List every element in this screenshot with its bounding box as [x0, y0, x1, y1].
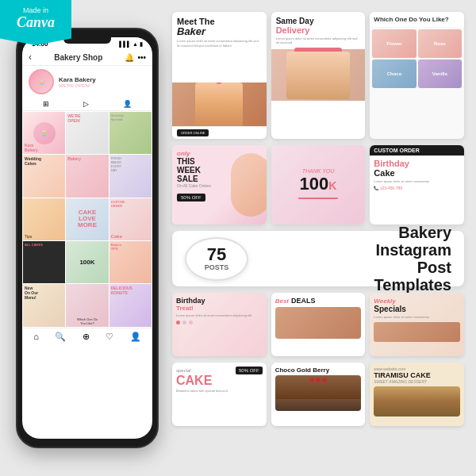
grid-cell-13: ALL CAKES [23, 241, 65, 283]
grid-icon[interactable]: ⊞ [43, 100, 49, 108]
ig-post-grid: 🧁 KaraBakery WE'REOPEN! SaturdaySpecials… [22, 111, 152, 328]
back-arrow-icon[interactable]: ‹ [29, 52, 32, 63]
grid-cell-4: WeddingCakes [23, 155, 65, 197]
profile-info: Kara Bakery WE'RE OPEN! [59, 76, 96, 88]
weekly-body: Lorem ipsum dolor sit amet consectetur [374, 315, 460, 319]
custom-phone: 📞 123-456-789 [374, 186, 460, 190]
birthday-dots [176, 321, 263, 324]
phone-mockup: 14:00 ▌▌▌ ▲ ▮ ‹ Bakery Shop 🔔 ••• [16, 28, 159, 448]
ig-nav: ⊞ ▷ 👤 [22, 98, 152, 111]
weekly-specials-card: Weekly Specials Lorem ipsum dolor sit am… [370, 293, 464, 356]
which-one-card: Which One Do You Like? Flower Rose Choco… [370, 12, 464, 139]
templates-bottom-row2: special 50% OFF CAKE Beautiful cakes wit… [172, 363, 464, 426]
wifi-icon: ▲ [132, 41, 138, 47]
profile-name: Kara Bakery [59, 76, 96, 83]
special-label: special [176, 368, 191, 373]
custom-order-card: CUSTOM ORDER Birthday Cake Lorem ipsum d… [370, 145, 464, 225]
order-online-btn[interactable]: ORDER ONLINE [177, 129, 209, 136]
grid-cell-15: Which One DoYou Like? [66, 284, 108, 326]
grid-cell-1: 🧁 KaraBakery [23, 112, 65, 154]
which-options-grid: Flower Rose Choco Vanilla [370, 27, 464, 90]
grid-cell-10: 100K [66, 241, 108, 283]
choco-image [275, 375, 362, 411]
grid-cell-3: SaturdaySpecials [109, 112, 152, 154]
grid-cell-9: CUSTOMORDER Cake [109, 198, 152, 240]
person-icon[interactable]: 👤 [123, 100, 132, 108]
video-icon[interactable]: ▷ [83, 100, 89, 108]
battery-icon: ▮ [140, 41, 143, 48]
profile-nav-icon[interactable]: 👤 [130, 332, 141, 342]
grid-cell-2: WE'REOPEN! [66, 112, 108, 154]
sale-sub: On All Cake Orders [177, 183, 262, 188]
right-section: Meet TheBaker Lorem ipsum dolor sit amet… [172, 12, 464, 464]
which-title: Which One Do You Like? [374, 16, 460, 23]
add-nav-icon[interactable]: ⊕ [83, 332, 90, 342]
meet-baker-card: Meet TheBaker Lorem ipsum dolor sit amet… [172, 12, 267, 139]
delivery-body: Lorem ipsum dolor sit amet consectetur a… [276, 36, 361, 44]
special-body: Beautiful cakes with special discount [176, 389, 263, 393]
birthday-body: Lorem ipsum dolor sit amet consectetur a… [176, 313, 263, 317]
templates-top-row: Meet TheBaker Lorem ipsum dolor sit amet… [172, 12, 464, 139]
templates-bottom-row1: Birthday Treat! Lorem ipsum dolor sit am… [172, 293, 464, 356]
tiramisu-title: TIRAMISU CAKE [374, 371, 460, 379]
signal-icon: ▌▌▌ [119, 41, 131, 47]
which-option-4: Vanilla [418, 60, 462, 88]
thankyou-number-container: 100K [300, 174, 337, 194]
thankyou-k: K [328, 179, 336, 192]
thankyou-text: THANK YOU [302, 168, 335, 174]
delivery-card: Same DayDelivery Lorem ipsum dolor sit a… [271, 12, 366, 139]
grid-cell-8: CAKELOVEMORE [66, 198, 108, 240]
promo-section: 75 POSTS Bakery Instagram Post Templates [172, 231, 464, 286]
header-icons: 🔔 ••• [125, 53, 146, 62]
berry-3 [322, 378, 327, 382]
promo-posts-label: POSTS [205, 263, 229, 271]
sale-only-text: only [177, 150, 262, 157]
grid-cell-12: DELICIOUSDONUTS [109, 284, 152, 326]
special-cake-title: CAKE [176, 374, 263, 387]
promo-number: 75 [207, 246, 226, 263]
more-icon[interactable]: ••• [137, 53, 146, 62]
special-cake-card: special 50% OFF CAKE Beautiful cakes wit… [172, 363, 267, 426]
best-title: DEALS [291, 297, 316, 305]
grid-cell-14: NewOn OurMenu! [23, 284, 65, 326]
search-nav-icon[interactable]: 🔍 [55, 332, 66, 342]
canva-text: Canva [17, 14, 55, 30]
canva-badge: Made in Canva [0, 0, 71, 45]
sale-card: only THISWEEKSALE On All Cake Orders 50%… [172, 145, 267, 225]
berry-1 [309, 378, 314, 382]
choco-title: Choco Gold Berry [275, 367, 362, 374]
grid-cell-6: FRESHBAKEDEVERYDAY [109, 155, 152, 197]
berry-2 [316, 378, 321, 382]
custom-header: CUSTOM ORDER [370, 145, 464, 155]
profile-status: WE'RE OPEN! [59, 83, 96, 88]
which-option-2: Rose [418, 29, 462, 58]
home-nav-icon[interactable]: ⌂ [33, 332, 39, 342]
phone-bottom-nav: ⌂ 🔍 ⊕ ♡ 👤 [22, 328, 152, 347]
phone-icons: ▌▌▌ ▲ ▮ [119, 41, 143, 48]
phone-section: 14:00 ▌▌▌ ▲ ▮ ‹ Bakery Shop 🔔 ••• [12, 12, 163, 464]
special-off-badge: 50% OFF [236, 367, 263, 374]
meet-image [172, 83, 267, 126]
best-header: Best DEALS [275, 297, 362, 305]
birthday-title: Birthday [176, 297, 263, 305]
tiramisu-card: www.website.com TIRAMISU CAKE SWEET AMAZ… [370, 363, 464, 426]
delivery-image [271, 49, 366, 101]
meet-body: Lorem ipsum dolor sit amet consectetur a… [177, 39, 262, 47]
custom-body: Lorem ipsum dolor sit amet consectetur [374, 179, 460, 183]
bell-icon[interactable]: 🔔 [125, 53, 134, 62]
avatar: 🧁 [29, 69, 54, 94]
tiramisu-sub: SWEET AMAZING DESSERT [374, 379, 460, 384]
grid-cell-7: Tips [23, 198, 65, 240]
meet-title: Meet TheBaker [177, 17, 262, 37]
promo-title: Bakery Instagram Post Templates [256, 224, 451, 294]
delivery-title: Same DayDelivery [276, 17, 361, 35]
which-option-3: Choco [372, 60, 416, 88]
thankyou-card: THANK YOU 100K [271, 145, 366, 225]
best-deals-card: Best DEALS [271, 293, 366, 356]
custom-title2: Cake [374, 168, 460, 178]
heart-nav-icon[interactable]: ♡ [106, 332, 113, 342]
birthday-treat-card: Birthday Treat! Lorem ipsum dolor sit am… [172, 293, 267, 356]
weekly-label: Weekly [374, 297, 460, 305]
templates-middle-row: only THISWEEKSALE On All Cake Orders 50%… [172, 145, 464, 225]
birthday-subtitle: Treat! [176, 305, 263, 312]
